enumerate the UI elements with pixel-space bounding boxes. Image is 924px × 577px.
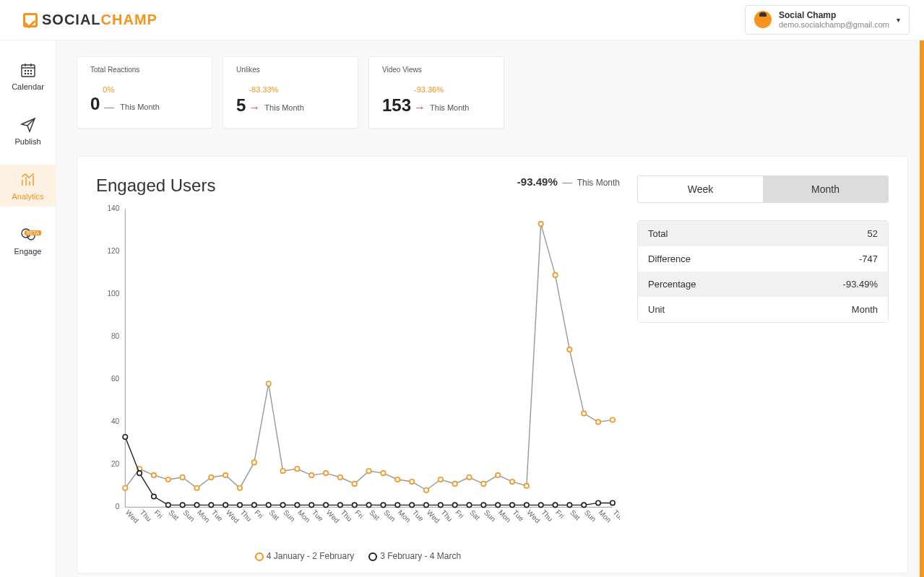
header: SOCIAL CHAMP Social Champ demo.socialcha…	[0, 0, 924, 40]
scrollbar-indicator[interactable]	[920, 40, 924, 577]
svg-point-70	[238, 486, 242, 490]
svg-point-104	[223, 503, 228, 507]
svg-point-8	[27, 73, 28, 74]
sidebar-label: Engage	[14, 247, 42, 256]
svg-text:Tue: Tue	[511, 508, 526, 523]
svg-text:Mon: Mon	[196, 508, 212, 524]
stat-card-videoviews[interactable]: Video Views 153 -93.36% →This Month	[368, 56, 504, 129]
stat-period: This Month	[120, 103, 159, 111]
svg-point-67	[194, 486, 199, 490]
user-menu[interactable]: Social Champ demo.socialchamp@gmail.com …	[745, 5, 910, 35]
sidebar-item-calendar[interactable]: Calendar	[0, 55, 56, 97]
svg-text:Tue: Tue	[210, 508, 225, 523]
brand-text-social: SOCIAL	[42, 12, 101, 28]
svg-point-76	[324, 471, 328, 475]
brand-check-icon	[23, 13, 38, 27]
svg-text:Thu: Thu	[139, 508, 153, 523]
sidebar-label: Calendar	[12, 82, 44, 91]
sidebar-item-analytics[interactable]: Analytics	[0, 165, 56, 207]
svg-point-110	[309, 503, 314, 507]
svg-point-89	[510, 480, 514, 484]
svg-text:Mon: Mon	[597, 508, 613, 524]
svg-point-79	[366, 469, 371, 473]
svg-point-64	[152, 473, 156, 477]
svg-point-75	[309, 473, 314, 477]
svg-point-103	[209, 503, 213, 507]
summary-row: Difference-747	[638, 246, 888, 272]
stat-card-reactions[interactable]: Total Reactions 0 0% —This Month	[77, 56, 212, 129]
svg-text:Thu: Thu	[439, 508, 454, 523]
legend-item[interactable]: 3 February - 4 March	[368, 551, 461, 561]
svg-point-122	[481, 503, 485, 507]
svg-text:Fri: Fri	[253, 508, 264, 520]
svg-text:Wed: Wed	[426, 508, 441, 524]
chart-panel: Engaged Users -93.49% — This Month 02040…	[77, 156, 908, 573]
svg-point-112	[338, 503, 342, 507]
svg-point-74	[295, 467, 299, 471]
svg-text:Fri: Fri	[353, 508, 365, 520]
arrow-right-icon: →	[414, 101, 426, 114]
svg-point-9	[30, 73, 31, 74]
svg-text:Thu: Thu	[340, 508, 354, 523]
svg-point-4	[25, 70, 25, 71]
svg-point-106	[252, 503, 256, 507]
svg-point-96	[610, 417, 615, 422]
svg-point-97	[123, 435, 127, 439]
svg-point-102	[194, 503, 199, 507]
svg-text:Sun: Sun	[483, 508, 497, 523]
svg-point-88	[496, 473, 500, 477]
svg-text:Tue: Tue	[612, 508, 620, 523]
svg-point-127	[553, 503, 557, 507]
minus-icon: —	[104, 101, 114, 113]
user-email: demo.socialchamp@gmail.com	[779, 20, 889, 30]
svg-text:Fri: Fri	[153, 508, 165, 520]
svg-point-83	[424, 488, 428, 493]
svg-point-68	[209, 475, 213, 480]
period-toggle: Week Month	[637, 175, 889, 203]
svg-point-126	[538, 503, 543, 507]
svg-point-131	[610, 500, 615, 505]
stat-value: 153	[382, 97, 411, 114]
avatar-icon	[754, 11, 772, 28]
svg-text:Sat: Sat	[569, 508, 582, 522]
sidebar: Calendar Publish Analytics BETA Engage	[0, 40, 56, 577]
svg-point-69	[223, 473, 228, 477]
svg-text:Mon: Mon	[497, 508, 513, 524]
chart-legend: 4 January - 2 February 3 February - 4 Ma…	[96, 551, 620, 561]
svg-text:140: 140	[107, 204, 119, 212]
sidebar-label: Publish	[14, 137, 40, 146]
chart-delta: -93.49% — This Month	[517, 175, 620, 188]
sidebar-item-publish[interactable]: Publish	[0, 110, 56, 152]
svg-point-66	[180, 475, 184, 480]
sidebar-item-engage[interactable]: BETA Engage	[0, 220, 56, 261]
svg-point-113	[353, 503, 357, 507]
legend-item[interactable]: 4 January - 2 February	[255, 551, 354, 561]
svg-point-121	[467, 503, 471, 507]
svg-text:0: 0	[116, 503, 120, 511]
svg-point-107	[266, 503, 270, 507]
svg-point-85	[452, 482, 457, 486]
svg-text:Sat: Sat	[368, 508, 381, 522]
summary-row: Total52	[638, 221, 888, 246]
brand-logo[interactable]: SOCIAL CHAMP	[23, 12, 157, 28]
svg-point-84	[439, 477, 443, 482]
stat-title: Unlikes	[236, 66, 345, 74]
toggle-week[interactable]: Week	[638, 176, 763, 202]
stat-title: Total Reactions	[90, 66, 199, 74]
svg-text:Sun: Sun	[382, 508, 397, 523]
toggle-month[interactable]: Month	[763, 176, 888, 202]
stat-delta: -93.36%	[414, 85, 469, 94]
svg-text:Sat: Sat	[468, 508, 482, 522]
svg-text:Mon: Mon	[296, 508, 312, 524]
stat-card-unlikes[interactable]: Unlikes 5 -83.33% →This Month	[223, 56, 358, 129]
summary-row: Percentage-93.49%	[638, 272, 888, 297]
svg-point-119	[439, 503, 443, 507]
svg-point-114	[366, 503, 371, 507]
svg-point-94	[582, 411, 586, 415]
svg-text:Tue: Tue	[311, 508, 325, 523]
stat-delta: -83.33%	[249, 85, 303, 94]
svg-text:Thu: Thu	[540, 508, 554, 523]
svg-text:Sat: Sat	[267, 508, 281, 522]
svg-text:60: 60	[111, 375, 120, 383]
svg-point-95	[596, 420, 600, 424]
